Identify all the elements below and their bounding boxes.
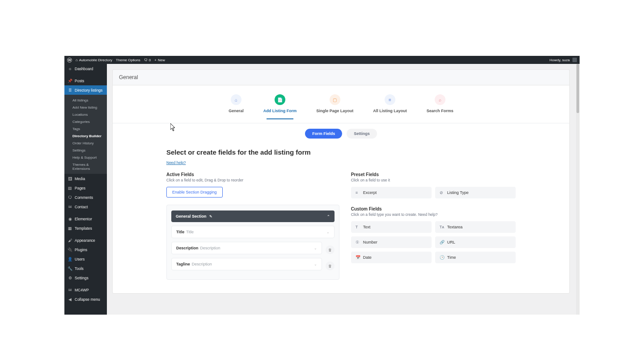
chevron-down-icon: ⌄ xyxy=(314,262,317,266)
builder-heading: Select or create fields for the add list… xyxy=(166,148,516,156)
viewport: W ⌂ Automobile Directory Theme Options 🗨… xyxy=(0,0,644,362)
wordpress-logo-icon[interactable]: W xyxy=(67,58,72,63)
home-icon: ⌂ xyxy=(231,94,242,105)
menu-appearance[interactable]: 🖌Appearance xyxy=(64,236,107,245)
sub-add-new[interactable]: Add New listing xyxy=(64,104,107,111)
delete-field-button[interactable]: 🗑 xyxy=(326,261,335,270)
form-builder: Select or create fields for the add list… xyxy=(113,139,569,280)
submenu-directory: All listings Add New listing Locations C… xyxy=(64,95,107,174)
menu-elementor[interactable]: ◉Elementor xyxy=(64,214,107,223)
menu-directory-listings[interactable]: ≣Directory listings xyxy=(64,85,107,95)
step-add-listing-form[interactable]: 📄 Add Listing Form xyxy=(263,94,297,118)
step-general[interactable]: ⌂ General xyxy=(229,94,244,118)
menu-contact[interactable]: ✉Contact xyxy=(64,202,107,211)
field-row-tagline[interactable]: TaglineDescription ⌄ xyxy=(171,258,322,270)
wp-admin-bar: W ⌂ Automobile Directory Theme Options 🗨… xyxy=(64,56,580,64)
preset-excerpt[interactable]: ≡Excerpt xyxy=(351,187,432,198)
need-help-link[interactable]: Need help? xyxy=(166,160,186,165)
enable-section-dragging-button[interactable]: Enable Section Dragging xyxy=(166,187,223,198)
site-name: Automobile Directory xyxy=(79,58,112,62)
field-row-description[interactable]: DescriptionDescription ⌄ xyxy=(171,242,322,254)
elementor-icon: ◉ xyxy=(68,216,72,221)
trash-icon: 🗑 xyxy=(328,248,332,252)
menu-collapse[interactable]: ◀Collapse menu xyxy=(64,295,107,304)
delete-field-button[interactable]: 🗑 xyxy=(326,245,335,254)
layout-icon: ▢ xyxy=(330,94,340,105)
new-content-link[interactable]: + New xyxy=(154,58,165,62)
custom-time[interactable]: 🕒Time xyxy=(435,252,516,263)
field-row-wrap: TaglineDescription ⌄ 🗑 xyxy=(171,258,335,274)
menu-posts[interactable]: 📌Posts xyxy=(64,76,107,85)
page-icon: ▤ xyxy=(68,185,72,190)
number-icon: ① xyxy=(356,240,360,244)
clock-icon: 🕒 xyxy=(440,255,444,260)
sub-order-history[interactable]: Order History xyxy=(64,139,107,147)
menu-users[interactable]: 👤Users xyxy=(64,254,107,264)
pencil-icon[interactable]: ✎ xyxy=(209,215,212,219)
chevron-down-icon: ⌄ xyxy=(314,246,317,250)
comment-icon: 🗨 xyxy=(144,58,148,62)
preset-hint: Click on a field to use it xyxy=(351,178,516,182)
sub-help-support[interactable]: Help & Support xyxy=(64,154,107,161)
custom-textarea[interactable]: TᴀTextarea xyxy=(435,221,516,233)
sub-tags[interactable]: Tags xyxy=(64,125,107,132)
active-fields-panel: General Section ✎ ⌃ TitleTitle xyxy=(166,205,339,280)
custom-url[interactable]: 🔗URL xyxy=(435,236,516,248)
section-header[interactable]: General Section ✎ ⌃ xyxy=(171,210,335,222)
mailchimp-icon: ✉ xyxy=(68,287,72,292)
menu-pages[interactable]: ▤Pages xyxy=(64,183,107,193)
menu-dashboard[interactable]: ⌾Dashboard xyxy=(64,64,107,73)
theme-options-link[interactable]: Theme Options xyxy=(116,58,140,62)
content-area: General ⌂ General 📄 Add Listing Form xyxy=(107,64,580,315)
step-single-page-layout[interactable]: ▢ Single Page Layout xyxy=(316,94,353,118)
menu-tools[interactable]: 🔧Tools xyxy=(64,264,107,273)
subtab-form-fields[interactable]: Form Fields xyxy=(305,129,342,139)
active-fields-column: Active Fields Click on a field to edit, … xyxy=(166,172,339,280)
dashboard-icon: ⌾ xyxy=(68,66,72,71)
site-link[interactable]: ⌂ Automobile Directory xyxy=(76,58,112,62)
field-row-title[interactable]: TitleTitle ⌄ xyxy=(171,226,335,238)
menu-mc4wp[interactable]: ✉MC4WP xyxy=(64,285,107,295)
chevron-down-icon: ⌄ xyxy=(326,230,330,234)
excerpt-icon: ≡ xyxy=(356,190,360,195)
preset-listing-type[interactable]: ⊘Listing Type xyxy=(435,187,516,198)
sub-locations[interactable]: Locations xyxy=(64,111,107,118)
avatar[interactable] xyxy=(572,58,577,62)
step-all-listing-layout[interactable]: ≡ All Listing Layout xyxy=(373,94,407,118)
sub-settings[interactable]: Settings xyxy=(64,147,107,154)
menu-plugins[interactable]: 🔌Plugins xyxy=(64,245,107,254)
sub-themes-ext[interactable]: Themes & Extensions xyxy=(64,161,107,172)
custom-text[interactable]: TText xyxy=(351,221,432,233)
admin-bar-left: W ⌂ Automobile Directory Theme Options 🗨… xyxy=(67,58,165,63)
active-fields-title: Active Fields xyxy=(166,172,339,177)
sub-directory-builder[interactable]: Directory Builder xyxy=(64,132,107,139)
menu-media[interactable]: 🖾Media xyxy=(64,174,107,183)
menu-templates[interactable]: ▦Templates xyxy=(64,223,107,233)
menu-comments[interactable]: 🗨Comments xyxy=(64,193,107,202)
list-icon: ≣ xyxy=(68,88,72,93)
textarea-icon: Tᴀ xyxy=(440,225,444,229)
content-inner: General ⌂ General 📄 Add Listing Form xyxy=(112,69,570,294)
wrench-icon: 🔧 xyxy=(68,266,72,271)
chevron-up-icon[interactable]: ⌃ xyxy=(327,215,330,219)
preset-custom-column: Preset Fields Click on a field to use it… xyxy=(351,172,516,280)
preset-grid: ≡Excerpt ⊘Listing Type xyxy=(351,187,516,198)
custom-number[interactable]: ①Number xyxy=(351,236,432,248)
brush-icon: 🖌 xyxy=(68,238,72,243)
preset-title: Preset Fields xyxy=(351,172,516,177)
grid-icon: ≡ xyxy=(385,94,395,105)
form-icon: 📄 xyxy=(275,94,285,105)
content-scrollbar[interactable] xyxy=(576,64,580,315)
sub-all-listings[interactable]: All listings xyxy=(64,97,107,104)
step-tabs: ⌂ General 📄 Add Listing Form ▢ Single Pa… xyxy=(113,92,569,118)
comments-link[interactable]: 🗨 0 xyxy=(144,58,151,62)
custom-date[interactable]: 📅Date xyxy=(351,252,432,263)
plug-icon: 🔌 xyxy=(68,247,72,252)
subtab-settings[interactable]: Settings xyxy=(347,129,377,139)
scrollbar-thumb[interactable] xyxy=(576,64,579,113)
menu-settings[interactable]: ⚙Settings xyxy=(64,273,107,282)
howdy-text[interactable]: Howdy, suza xyxy=(550,58,570,62)
sub-categories[interactable]: Categories xyxy=(64,118,107,125)
user-icon: 👤 xyxy=(68,257,72,261)
step-search-forms[interactable]: ⌕ Search Forms xyxy=(427,94,453,118)
